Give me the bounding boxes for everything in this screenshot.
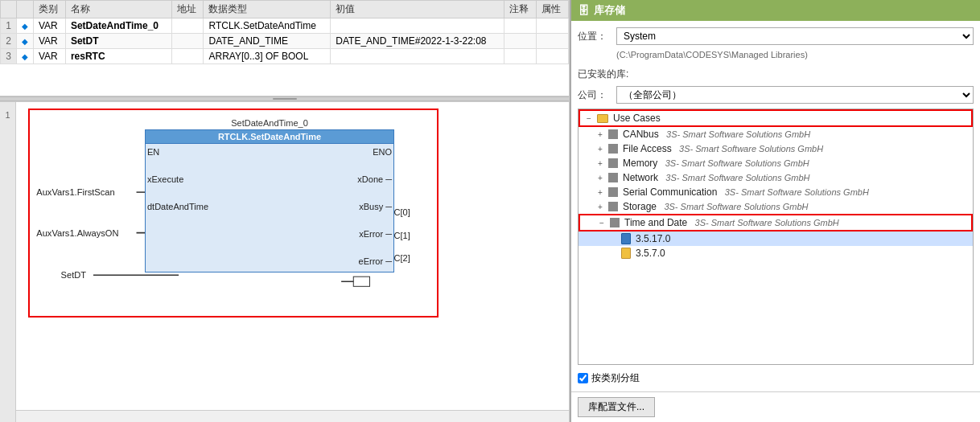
position-select[interactable]: System — [616, 27, 974, 45]
row-comment — [504, 49, 537, 64]
col-icon — [17, 1, 34, 18]
tree-item-storage[interactable]: +Storage 3S- Smart Software Solutions Gm… — [579, 199, 973, 214]
fb-block: SetDateAndTime_0 RTCLK.SetDateAndTime EN… — [145, 118, 394, 272]
doc-blue-icon — [621, 233, 631, 244]
fb-type-header: RTCLK.SetDateAndTime — [145, 129, 394, 144]
col-rownum — [1, 1, 17, 18]
row-icon: ◆ — [17, 49, 34, 64]
installed-label: 已安装的库: — [578, 68, 974, 81]
tree-item-name: 3.5.17.0 — [636, 233, 670, 244]
tree-expand-storage[interactable]: + — [595, 203, 606, 211]
table-row: 3 ◆ VAR resRTC ARRAY[0..3] OF BOOL — [1, 49, 569, 64]
fbd-area: 1 AuxVars1.FirstScan — [0, 101, 569, 422]
tree-item-name: Use Cases — [613, 113, 661, 124]
right-panel: 🗄 库存储 位置： System (C:\ProgramData\CODESYS… — [570, 0, 980, 422]
tree-item-serial-comm[interactable]: +Serial Communication 3S- Smart Software… — [579, 185, 973, 199]
row-initval — [331, 49, 504, 64]
pin-en: EN — [147, 147, 268, 157]
tree-item-ver-3570[interactable]: 3.5.7.0 — [579, 246, 973, 260]
panel-footer: 库配置文件... — [571, 391, 980, 422]
tree-expand-file-access[interactable]: + — [595, 145, 606, 154]
fbd-hscrollbar[interactable] — [16, 410, 569, 422]
table-row: 1 ◆ VAR SetDateAndTime_0 RTCLK.SetDateAn… — [1, 18, 569, 34]
tree-item-company: 3S- Smart Software Solutions GmbH — [666, 129, 810, 139]
row-icon: ◆ — [17, 34, 34, 49]
square-icon — [608, 187, 618, 197]
row-num: 2 — [1, 34, 17, 49]
tree-item-name: Network — [623, 172, 658, 183]
tree-expand-serial-comm[interactable]: + — [595, 188, 606, 197]
col-kind: 类别 — [34, 1, 66, 18]
tree-item-company: 3S- Smart Software Solutions GmbH — [664, 202, 808, 211]
pin-en-label: EN — [147, 147, 159, 157]
pin-xdone: xDone ─ — [357, 174, 392, 184]
square-icon — [608, 202, 618, 211]
company-row: 公司： （全部公司） — [578, 86, 974, 104]
library-tree[interactable]: −Use Cases+CANbus 3S- Smart Software Sol… — [578, 109, 974, 365]
square-icon — [608, 129, 618, 139]
tree-item-canbus[interactable]: +CANbus 3S- Smart Software Solutions Gmb… — [579, 127, 973, 141]
tree-expand-time-and-date[interactable]: − — [596, 219, 607, 227]
fbd-canvas: AuxVars1.FirstScan AuxVars1.AlwaysON Set… — [16, 102, 569, 422]
row-attr — [537, 34, 569, 49]
row-attr — [537, 49, 569, 64]
company-select[interactable]: （全部公司） — [616, 86, 974, 104]
tree-item-company: 3S- Smart Software Solutions GmbH — [725, 187, 869, 197]
tree-item-memory[interactable]: +Memory 3S- Smart Software Solutions Gmb… — [579, 156, 973, 170]
panel-header: 🗄 库存储 — [571, 0, 980, 21]
pin-xexecute: xExecute — [147, 174, 268, 184]
pin-eerror: eError ─ — [359, 256, 392, 266]
row-dtype: RTCLK.SetDateAndTime — [204, 18, 331, 34]
row-num: 1 — [1, 18, 17, 34]
library-icon: 🗄 — [578, 4, 589, 17]
tree-item-use-cases[interactable]: −Use Cases — [579, 109, 973, 127]
tree-item-company: 3S- Smart Software Solutions GmbH — [695, 218, 839, 227]
group-by-category-checkbox[interactable] — [578, 373, 588, 383]
tree-item-ver-3517[interactable]: 3.5.17.0 — [579, 231, 973, 246]
main-container: 类别 名称 地址 数据类型 初值 注释 属性 1 ◆ VAR SetDateAn… — [0, 0, 980, 422]
row-name: SetDateAndTime_0 — [65, 18, 171, 34]
row-addr — [171, 49, 204, 64]
variable-table: 类别 名称 地址 数据类型 初值 注释 属性 1 ◆ VAR SetDateAn… — [0, 0, 569, 64]
tree-item-name: Time and Date — [624, 217, 687, 228]
tree-item-file-access[interactable]: +File Access 3S- Smart Software Solution… — [579, 141, 973, 156]
pin-dtdateandtime: dtDateAndTime — [147, 202, 268, 211]
library-config-button[interactable]: 库配置文件... — [578, 397, 655, 417]
square-icon — [610, 218, 620, 227]
tree-item-name: 3.5.7.0 — [636, 248, 665, 259]
tree-expand-memory[interactable]: + — [595, 159, 606, 168]
row-icon: ◆ — [17, 18, 34, 34]
tree-item-network[interactable]: +Network 3S- Smart Software Solutions Gm… — [579, 170, 973, 185]
fb-body: EN xExecute dtDateAndTime ENO — [145, 144, 394, 272]
tree-expand-use-cases[interactable]: − — [583, 114, 595, 123]
company-label: 公司： — [578, 88, 610, 102]
square-icon — [608, 158, 618, 168]
position-label: 位置： — [578, 30, 610, 43]
col-initval: 初值 — [331, 1, 504, 18]
tree-item-name: File Access — [623, 143, 672, 154]
pin-dtdateandtime-label: dtDateAndTime — [147, 202, 208, 211]
row-dtype: DATE_AND_TIME — [204, 34, 331, 49]
square-icon — [608, 173, 618, 182]
panel-body: 位置： System (C:\ProgramData\CODESYS\Manag… — [571, 21, 980, 391]
position-row: 位置： System — [578, 27, 974, 45]
variable-table-section: 类别 名称 地址 数据类型 初值 注释 属性 1 ◆ VAR SetDateAn… — [0, 0, 569, 96]
group-by-category-label: 按类别分组 — [591, 371, 640, 385]
row-addr — [171, 34, 204, 49]
row-comment — [504, 18, 537, 34]
doc-yellow-icon — [621, 248, 631, 259]
fb-left-pins: EN xExecute dtDateAndTime — [146, 144, 270, 272]
col-comment: 注释 — [504, 1, 537, 18]
tree-item-time-and-date[interactable]: −Time and Date 3S- Smart Software Soluti… — [579, 214, 973, 231]
tree-item-name: CANbus — [623, 129, 659, 140]
checkbox-row: 按类别分组 — [578, 371, 974, 385]
row-name: resRTC — [65, 49, 171, 64]
row-dtype: ARRAY[0..3] OF BOOL — [204, 49, 331, 64]
row-kind: VAR — [34, 18, 66, 34]
pin-eno: ENO — [373, 147, 392, 157]
position-path: (C:\ProgramData\CODESYS\Managed Librarie… — [616, 50, 974, 59]
row-attr — [537, 18, 569, 34]
tree-expand-canbus[interactable]: + — [595, 130, 606, 139]
tree-expand-network[interactable]: + — [595, 174, 606, 182]
tree-item-name: Memory — [623, 158, 657, 169]
